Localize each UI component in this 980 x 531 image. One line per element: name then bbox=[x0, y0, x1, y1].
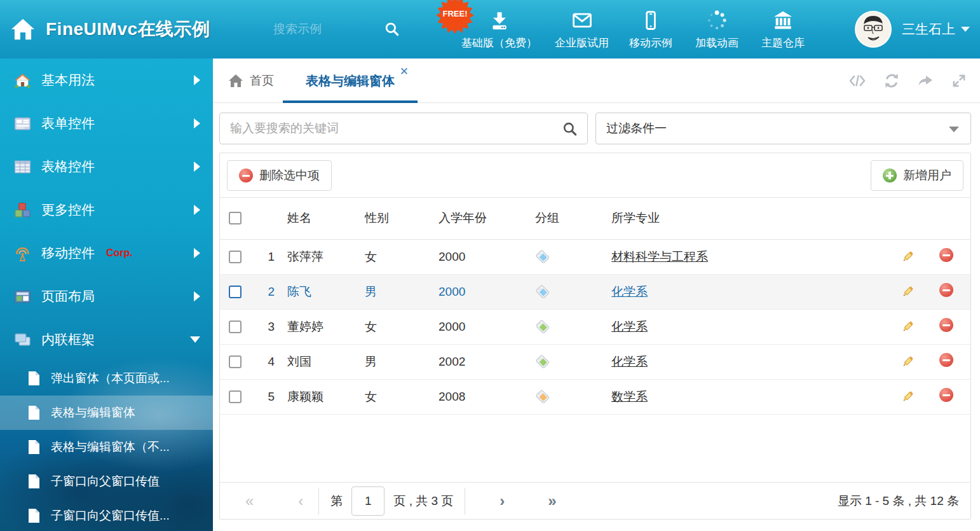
cell-gender: 女 bbox=[358, 309, 432, 344]
table-row[interactable]: 4 刘国 男 2002 化学系 bbox=[220, 344, 970, 379]
sidebar-item-label: 移动控件 bbox=[41, 244, 95, 262]
username[interactable]: 三生石上 bbox=[902, 20, 970, 38]
edit-icon[interactable] bbox=[901, 284, 915, 299]
major-link[interactable]: 数学系 bbox=[611, 390, 648, 403]
row-checkbox[interactable] bbox=[229, 286, 242, 298]
cell-year: 2000 bbox=[432, 309, 529, 344]
row-checkbox[interactable] bbox=[229, 251, 242, 263]
file-icon bbox=[27, 508, 41, 523]
table-row[interactable]: 5 康颖颖 女 2008 数学系 bbox=[220, 379, 970, 414]
row-number: 2 bbox=[248, 274, 281, 309]
home-icon bbox=[228, 74, 243, 88]
cell-year: 2000 bbox=[432, 274, 529, 309]
header-search-input[interactable] bbox=[273, 22, 375, 36]
row-checkbox[interactable] bbox=[229, 321, 242, 333]
logo-area[interactable]: FineUIMvc在线示例 bbox=[10, 0, 210, 59]
refresh-icon[interactable] bbox=[883, 72, 900, 89]
user-grid-panel: 删除选中项 新增用户 姓名 性别 入学年份 分组 所学专业 bbox=[219, 153, 971, 520]
tab-home[interactable]: 首页 bbox=[228, 59, 274, 103]
row-number: 1 bbox=[248, 239, 281, 274]
sidebar-subitem-child-to-parent-2[interactable]: 子窗口向父窗口传值... bbox=[0, 499, 213, 531]
last-page-button[interactable]: » bbox=[544, 493, 560, 509]
major-link[interactable]: 化学系 bbox=[611, 320, 648, 333]
prev-page-button[interactable]: ‹ bbox=[294, 493, 307, 509]
source-code-icon[interactable] bbox=[848, 73, 867, 88]
header-search[interactable] bbox=[273, 15, 407, 43]
sidebar-item-page-layout[interactable]: 页面布局 bbox=[0, 275, 213, 318]
delete-row-icon[interactable] bbox=[939, 248, 953, 262]
sidebar-item-form-controls[interactable]: 表单控件 bbox=[0, 102, 213, 145]
sidebar-subitem-child-to-parent[interactable]: 子窗口向父窗口传值 bbox=[0, 464, 213, 499]
row-checkbox[interactable] bbox=[229, 355, 242, 368]
table-row[interactable]: 2 陈飞 男 2000 化学系 bbox=[220, 274, 970, 309]
delete-row-icon[interactable] bbox=[939, 353, 953, 367]
sidebar-item-basic-usage[interactable]: 基本用法 bbox=[0, 59, 213, 102]
avatar[interactable] bbox=[855, 11, 892, 48]
sidebar-subitem-popup-window[interactable]: 弹出窗体（本页面或... bbox=[0, 361, 213, 396]
next-page-button[interactable]: › bbox=[496, 493, 508, 509]
delete-row-icon[interactable] bbox=[939, 283, 953, 297]
sidebar-subitem-label: 子窗口向父窗口传值 bbox=[51, 473, 160, 490]
cell-gender: 女 bbox=[358, 239, 432, 274]
user-area[interactable]: 三生石上 bbox=[855, 0, 970, 59]
chevron-right-icon bbox=[194, 248, 200, 258]
table-row[interactable]: 1 张萍萍 女 2000 材料科学与工程系 bbox=[220, 239, 970, 274]
sidebar-subitem-label: 子窗口向父窗口传值... bbox=[51, 507, 170, 524]
tab-grid-edit-window[interactable]: 表格与编辑窗体 ✕ bbox=[283, 59, 418, 103]
sidebar-item-more-controls[interactable]: 更多控件 bbox=[0, 188, 213, 231]
row-number: 4 bbox=[248, 344, 281, 379]
plus-circle-icon bbox=[883, 169, 897, 183]
delete-row-icon[interactable] bbox=[939, 318, 953, 332]
table-row[interactable]: 3 董婷婷 女 2000 化学系 bbox=[220, 309, 970, 344]
edit-icon[interactable] bbox=[901, 249, 915, 264]
chevron-down-icon bbox=[949, 127, 959, 132]
nav-item-theme-repo[interactable]: 主题仓库 bbox=[750, 0, 816, 59]
close-icon[interactable]: ✕ bbox=[400, 66, 409, 77]
major-link[interactable]: 化学系 bbox=[611, 355, 648, 368]
edit-icon[interactable] bbox=[901, 354, 915, 369]
chevron-right-icon bbox=[194, 118, 200, 128]
nav-item-enterprise-trial[interactable]: 企业版试用 bbox=[546, 0, 618, 59]
sidebar-item-label: 更多控件 bbox=[41, 201, 95, 219]
major-link[interactable]: 化学系 bbox=[611, 285, 648, 298]
page-number-input[interactable] bbox=[351, 486, 385, 516]
header-nav: 基础版（免费） 企业版试用 移动示例 bbox=[453, 0, 816, 59]
delete-row-icon[interactable] bbox=[939, 388, 953, 402]
cell-gender: 女 bbox=[358, 379, 432, 414]
edit-icon[interactable] bbox=[901, 389, 915, 404]
sidebar-item-label: 表格控件 bbox=[41, 158, 95, 176]
search-icon[interactable] bbox=[384, 21, 400, 38]
maximize-icon[interactable] bbox=[951, 72, 967, 89]
row-checkbox[interactable] bbox=[229, 390, 242, 403]
sidebar-subitem-grid-edit-window-2[interactable]: 表格与编辑窗体（不... bbox=[0, 430, 213, 464]
col-major: 所学专业 bbox=[605, 198, 893, 239]
main-area: 首页 表格与编辑窗体 ✕ bbox=[213, 59, 980, 531]
filter-dropdown[interactable]: 过滤条件一 bbox=[595, 113, 971, 144]
minus-circle-icon bbox=[239, 169, 253, 183]
major-link[interactable]: 材料科学与工程系 bbox=[611, 250, 708, 263]
open-new-window-icon[interactable] bbox=[916, 73, 934, 88]
tag-icon bbox=[535, 354, 550, 369]
row-number: 5 bbox=[248, 379, 281, 414]
first-page-button[interactable]: « bbox=[242, 493, 257, 509]
keyword-search-box[interactable] bbox=[219, 113, 588, 144]
keyword-search-input[interactable] bbox=[220, 121, 544, 135]
sidebar-item-mobile-controls[interactable]: 移动控件 Corp. bbox=[0, 231, 213, 275]
sidebar-subitem-label: 表格与编辑窗体 bbox=[51, 404, 135, 421]
delete-selected-button[interactable]: 删除选中项 bbox=[227, 160, 332, 191]
sidebar-item-iframe[interactable]: 内联框架 bbox=[0, 318, 213, 361]
file-icon bbox=[27, 439, 41, 455]
nav-item-mobile-demo[interactable]: 移动示例 bbox=[618, 0, 684, 59]
edit-icon[interactable] bbox=[901, 319, 915, 334]
cell-name: 刘国 bbox=[281, 344, 358, 379]
search-icon[interactable] bbox=[562, 121, 578, 137]
nav-label: 基础版（免费） bbox=[461, 36, 537, 50]
add-user-button[interactable]: 新增用户 bbox=[871, 160, 963, 191]
tag-icon bbox=[535, 389, 550, 404]
sidebar-subitem-grid-edit-window[interactable]: 表格与编辑窗体 bbox=[0, 396, 213, 430]
select-all-checkbox[interactable] bbox=[229, 212, 242, 224]
nav-item-loading-animation[interactable]: 加载动画 bbox=[684, 0, 750, 59]
tag-icon bbox=[535, 319, 550, 334]
sidebar-item-grid-controls[interactable]: 表格控件 bbox=[0, 145, 213, 188]
free-badge-label: FREE! bbox=[443, 9, 468, 18]
